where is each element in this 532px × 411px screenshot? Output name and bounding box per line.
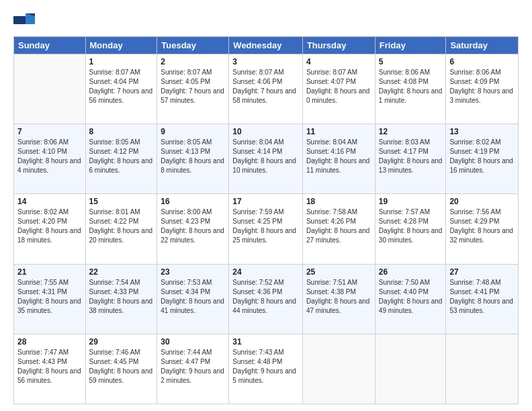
calendar-day-cell: 11 Sunrise: 8:04 AM Sunset: 4:16 PM Dayl… — [302, 124, 375, 194]
col-thursday: Thursday — [302, 37, 375, 54]
sunset: Sunset: 4:06 PM — [232, 78, 282, 85]
sunrise: Sunrise: 7:59 AM — [232, 208, 283, 216]
calendar-day-cell: 26 Sunrise: 7:50 AM Sunset: 4:40 PM Dayl… — [375, 264, 446, 334]
sunset: Sunset: 4:34 PM — [161, 288, 210, 295]
calendar-day-cell: 17 Sunrise: 7:59 AM Sunset: 4:25 PM Dayl… — [229, 194, 303, 264]
daylight: Daylight: 8 hours and 32 minutes. — [449, 227, 513, 244]
daylight: Daylight: 8 hours and 22 minutes. — [161, 227, 224, 244]
daylight: Daylight: 8 hours and 41 minutes. — [161, 298, 224, 314]
day-number: 20 — [449, 197, 515, 206]
calendar-day-cell: 27 Sunrise: 7:48 AM Sunset: 4:41 PM Dayl… — [446, 264, 519, 334]
calendar-day-cell — [446, 334, 519, 404]
sunrise: Sunrise: 7:52 AM — [232, 279, 283, 286]
day-number: 26 — [379, 267, 443, 277]
sunrise: Sunrise: 8:06 AM — [449, 68, 500, 76]
daylight: Daylight: 8 hours and 13 minutes. — [379, 157, 443, 174]
day-number: 7 — [17, 127, 82, 136]
day-number: 19 — [379, 197, 443, 206]
day-number: 10 — [232, 127, 299, 136]
sunrise: Sunrise: 8:04 AM — [232, 138, 283, 146]
sunrise: Sunrise: 7:50 AM — [379, 279, 430, 286]
logo — [13, 11, 36, 30]
day-number: 27 — [449, 267, 515, 277]
daylight: Daylight: 8 hours and 20 minutes. — [89, 227, 153, 244]
col-sunday: Sunday — [14, 37, 86, 54]
calendar-day-cell: 4 Sunrise: 8:07 AM Sunset: 4:07 PM Dayli… — [302, 54, 375, 124]
calendar-week-row: 21 Sunrise: 7:55 AM Sunset: 4:31 PM Dayl… — [14, 264, 519, 334]
col-tuesday: Tuesday — [157, 37, 229, 54]
calendar-day-cell: 7 Sunrise: 8:06 AM Sunset: 4:10 PM Dayli… — [14, 124, 86, 194]
daylight: Daylight: 8 hours and 8 minutes. — [161, 157, 224, 174]
calendar-week-row: 14 Sunrise: 8:02 AM Sunset: 4:20 PM Dayl… — [14, 194, 519, 264]
day-info: Sunrise: 7:56 AM Sunset: 4:29 PM Dayligh… — [449, 208, 515, 245]
sunrise: Sunrise: 8:06 AM — [17, 138, 69, 146]
day-info: Sunrise: 7:55 AM Sunset: 4:31 PM Dayligh… — [17, 278, 82, 316]
daylight: Daylight: 8 hours and 30 minutes. — [379, 227, 443, 244]
calendar-day-cell — [14, 54, 86, 124]
day-number: 22 — [89, 267, 154, 277]
calendar-day-cell — [302, 334, 375, 404]
day-number: 30 — [161, 337, 225, 347]
day-info: Sunrise: 7:52 AM Sunset: 4:36 PM Dayligh… — [232, 278, 299, 316]
sunset: Sunset: 4:45 PM — [89, 358, 139, 365]
sunrise: Sunrise: 8:05 AM — [89, 138, 140, 146]
sunset: Sunset: 4:41 PM — [449, 288, 499, 295]
sunrise: Sunrise: 8:06 AM — [379, 68, 430, 76]
day-number: 31 — [232, 337, 299, 347]
sunset: Sunset: 4:36 PM — [232, 288, 282, 295]
daylight: Daylight: 8 hours and 18 minutes. — [17, 227, 81, 244]
calendar-day-cell: 8 Sunrise: 8:05 AM Sunset: 4:12 PM Dayli… — [85, 124, 157, 194]
daylight: Daylight: 7 hours and 58 minutes. — [232, 87, 296, 104]
sunset: Sunset: 4:38 PM — [306, 288, 356, 295]
sunset: Sunset: 4:07 PM — [306, 78, 356, 85]
daylight: Daylight: 8 hours and 11 minutes. — [306, 157, 370, 174]
sunrise: Sunrise: 8:04 AM — [306, 138, 357, 146]
calendar-day-cell: 5 Sunrise: 8:06 AM Sunset: 4:08 PM Dayli… — [375, 54, 446, 124]
day-info: Sunrise: 8:04 AM Sunset: 4:14 PM Dayligh… — [232, 138, 299, 175]
day-info: Sunrise: 8:06 AM Sunset: 4:09 PM Dayligh… — [449, 68, 515, 105]
calendar-day-cell: 28 Sunrise: 7:47 AM Sunset: 4:43 PM Dayl… — [14, 334, 86, 404]
calendar-day-cell: 31 Sunrise: 7:43 AM Sunset: 4:48 PM Dayl… — [229, 334, 303, 404]
day-info: Sunrise: 8:07 AM Sunset: 4:06 PM Dayligh… — [232, 68, 299, 105]
sunset: Sunset: 4:43 PM — [17, 358, 67, 365]
sunrise: Sunrise: 8:01 AM — [89, 208, 140, 216]
daylight: Daylight: 9 hours and 5 minutes. — [232, 367, 296, 384]
calendar-day-cell: 24 Sunrise: 7:52 AM Sunset: 4:36 PM Dayl… — [229, 264, 303, 334]
calendar-day-cell: 20 Sunrise: 7:56 AM Sunset: 4:29 PM Dayl… — [446, 194, 519, 264]
daylight: Daylight: 8 hours and 56 minutes. — [17, 367, 81, 384]
day-info: Sunrise: 8:03 AM Sunset: 4:17 PM Dayligh… — [379, 138, 443, 175]
day-info: Sunrise: 8:07 AM Sunset: 4:04 PM Dayligh… — [89, 68, 154, 105]
calendar-day-cell: 19 Sunrise: 7:57 AM Sunset: 4:28 PM Dayl… — [375, 194, 446, 264]
sunrise: Sunrise: 7:47 AM — [17, 349, 69, 356]
sunrise: Sunrise: 7:58 AM — [306, 208, 357, 216]
day-number: 4 — [306, 57, 371, 66]
calendar-table: Sunday Monday Tuesday Wednesday Thursday… — [13, 36, 519, 404]
sunrise: Sunrise: 8:00 AM — [161, 208, 212, 216]
sunset: Sunset: 4:17 PM — [379, 148, 429, 155]
sunset: Sunset: 4:13 PM — [161, 148, 210, 155]
day-info: Sunrise: 7:53 AM Sunset: 4:34 PM Dayligh… — [161, 278, 225, 316]
header — [13, 11, 519, 30]
calendar-header-row: Sunday Monday Tuesday Wednesday Thursday… — [14, 37, 519, 54]
calendar-day-cell: 3 Sunrise: 8:07 AM Sunset: 4:06 PM Dayli… — [229, 54, 303, 124]
day-info: Sunrise: 8:06 AM Sunset: 4:10 PM Dayligh… — [17, 138, 82, 175]
daylight: Daylight: 8 hours and 1 minute. — [379, 87, 443, 104]
day-info: Sunrise: 7:51 AM Sunset: 4:38 PM Dayligh… — [306, 278, 371, 316]
day-number: 5 — [379, 57, 443, 66]
day-info: Sunrise: 8:06 AM Sunset: 4:08 PM Dayligh… — [379, 68, 443, 105]
sunset: Sunset: 4:05 PM — [161, 78, 210, 85]
day-number: 21 — [17, 267, 82, 277]
daylight: Daylight: 8 hours and 10 minutes. — [232, 157, 296, 174]
calendar-day-cell: 22 Sunrise: 7:54 AM Sunset: 4:33 PM Dayl… — [85, 264, 157, 334]
daylight: Daylight: 8 hours and 59 minutes. — [89, 367, 153, 384]
daylight: Daylight: 8 hours and 38 minutes. — [89, 298, 153, 314]
calendar-week-row: 1 Sunrise: 8:07 AM Sunset: 4:04 PM Dayli… — [14, 54, 519, 124]
sunrise: Sunrise: 8:05 AM — [161, 138, 212, 146]
daylight: Daylight: 8 hours and 0 minutes. — [306, 87, 370, 104]
day-info: Sunrise: 7:59 AM Sunset: 4:25 PM Dayligh… — [232, 208, 299, 245]
day-info: Sunrise: 7:44 AM Sunset: 4:47 PM Dayligh… — [161, 348, 225, 385]
sunrise: Sunrise: 8:07 AM — [306, 68, 357, 76]
day-info: Sunrise: 8:04 AM Sunset: 4:16 PM Dayligh… — [306, 138, 371, 175]
day-info: Sunrise: 8:00 AM Sunset: 4:23 PM Dayligh… — [161, 208, 225, 245]
sunset: Sunset: 4:12 PM — [89, 148, 139, 155]
